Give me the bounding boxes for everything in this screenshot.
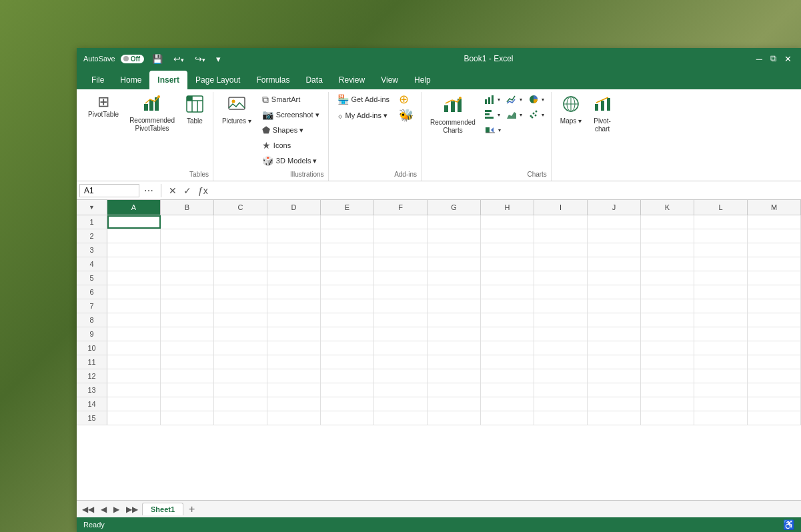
undo-button[interactable]: ↩▾ xyxy=(171,53,187,65)
col-header-L[interactable]: L xyxy=(694,200,748,215)
addins-col1: 🏪 Get Add-ins ⬦ My Add-ins ▾ xyxy=(333,92,394,123)
accessibility-button[interactable]: ♿ xyxy=(783,519,794,530)
corner-cell[interactable]: ▼ xyxy=(77,200,107,215)
row-header-10[interactable]: 10 xyxy=(77,341,107,355)
addin-icon2-button[interactable]: 🐝 xyxy=(395,108,417,123)
col-header-H[interactable]: H xyxy=(481,200,534,215)
tab-page-layout[interactable]: Page Layout xyxy=(187,71,248,89)
cell-G1[interactable] xyxy=(428,215,481,229)
tab-home[interactable]: Home xyxy=(112,71,149,89)
spreadsheet-area: ▼ A B C D E F G H I J K L M 1 xyxy=(77,200,801,532)
cell-F1[interactable] xyxy=(374,215,428,229)
scatter-chart-button[interactable]: ▾ xyxy=(526,107,547,122)
bar-chart-button[interactable]: ▾ xyxy=(482,107,503,122)
table-row: 15 xyxy=(77,411,801,425)
sheet-nav-prev-button[interactable]: ◀ xyxy=(98,504,109,515)
line-chart-button[interactable]: ▾ xyxy=(504,92,525,107)
smartart-button[interactable]: ⧉ SmartArt xyxy=(257,92,324,107)
row-header-7[interactable]: 7 xyxy=(77,299,107,313)
sheet-tab-sheet1[interactable]: Sheet1 xyxy=(142,503,183,515)
my-addins-button[interactable]: ⬦ My Add-ins ▾ xyxy=(333,108,394,123)
pivot-table-button[interactable]: ⊞ PivotTable xyxy=(83,92,123,121)
customize-qat-button[interactable]: ▾ xyxy=(213,53,223,65)
cell-C1[interactable] xyxy=(214,215,267,229)
col-header-K[interactable]: K xyxy=(641,200,694,215)
3d-models-button[interactable]: 🎲 3D Models ▾ xyxy=(257,153,324,168)
pictures-button[interactable]: Pictures ▾ xyxy=(217,92,256,128)
row-header-11[interactable]: 11 xyxy=(77,355,107,369)
shapes-button[interactable]: ⬟ Shapes ▾ xyxy=(257,123,324,137)
cell-D1[interactable] xyxy=(267,215,321,229)
screenshot-button[interactable]: 📷 Screenshot ▾ xyxy=(257,107,324,122)
tab-formulas[interactable]: Formulas xyxy=(248,71,297,89)
col-header-F[interactable]: F xyxy=(374,200,428,215)
tab-view[interactable]: View xyxy=(373,71,406,89)
sheet-nav-right-button[interactable]: ▶▶ xyxy=(123,504,141,515)
row-header-8[interactable]: 8 xyxy=(77,313,107,327)
tab-help[interactable]: Help xyxy=(406,71,439,89)
row-header-4[interactable]: 4 xyxy=(77,257,107,271)
row-header-9[interactable]: 9 xyxy=(77,327,107,341)
row-header-5[interactable]: 5 xyxy=(77,271,107,285)
confirm-formula-button[interactable]: ✓ xyxy=(181,185,193,197)
col-header-A[interactable]: A xyxy=(107,200,161,215)
tab-file[interactable]: File xyxy=(83,71,112,89)
restore-button[interactable]: ⧉ xyxy=(768,52,779,65)
cell-H1[interactable] xyxy=(481,215,534,229)
pivotchart-button[interactable]: Pivot-chart xyxy=(588,92,617,136)
row-header-6[interactable]: 6 xyxy=(77,285,107,299)
col-header-J[interactable]: J xyxy=(588,200,641,215)
sheet-nav-left-button[interactable]: ◀◀ xyxy=(79,504,97,515)
col-header-D[interactable]: D xyxy=(267,200,321,215)
cell-K1[interactable] xyxy=(641,215,694,229)
svg-rect-19 xyxy=(485,110,492,112)
autosave-toggle[interactable]: Off xyxy=(121,55,144,63)
column-chart-button[interactable]: ▾ xyxy=(482,92,503,107)
col-header-I[interactable]: I xyxy=(534,200,588,215)
cell-A1[interactable] xyxy=(107,215,161,229)
pie-chart-button[interactable]: ▾ xyxy=(526,92,547,107)
insert-function-button[interactable]: ƒx xyxy=(196,185,210,197)
col-header-B[interactable]: B xyxy=(161,200,214,215)
area-chart-button[interactable]: ▾ xyxy=(504,107,525,122)
row-header-3[interactable]: 3 xyxy=(77,243,107,257)
more-functions-button[interactable]: ⋯ xyxy=(142,185,155,197)
row-header-2[interactable]: 2 xyxy=(77,229,107,243)
cell-I1[interactable] xyxy=(534,215,588,229)
cell-M1[interactable] xyxy=(748,215,801,229)
cell-E1[interactable] xyxy=(321,215,374,229)
col-header-E[interactable]: E xyxy=(321,200,374,215)
save-button[interactable]: 💾 xyxy=(149,53,165,65)
row-header-12[interactable]: 12 xyxy=(77,369,107,383)
tab-review[interactable]: Review xyxy=(331,71,373,89)
formula-input[interactable] xyxy=(213,186,798,195)
tab-data[interactable]: Data xyxy=(297,71,330,89)
name-box[interactable]: A1 xyxy=(79,184,139,197)
maps-button[interactable]: Maps ▾ xyxy=(556,92,586,128)
row-header-13[interactable]: 13 xyxy=(77,383,107,397)
minimize-button[interactable]: ─ xyxy=(754,52,765,65)
cell-B1[interactable] xyxy=(161,215,214,229)
cell-A2[interactable] xyxy=(107,229,161,243)
redo-button[interactable]: ↪▾ xyxy=(192,53,208,65)
close-button[interactable]: ✕ xyxy=(782,52,794,65)
addin-icon1-button[interactable]: ⊕ xyxy=(395,92,417,107)
sheet-nav-next-button[interactable]: ▶ xyxy=(111,504,122,515)
cancel-formula-button[interactable]: ✕ xyxy=(167,185,179,197)
recommended-charts-button[interactable]: RecommendedCharts xyxy=(426,92,480,137)
row-header-15[interactable]: 15 xyxy=(77,411,107,425)
cell-J1[interactable] xyxy=(588,215,641,229)
row-header-1[interactable]: 1 xyxy=(77,215,107,229)
get-addins-button[interactable]: 🏪 Get Add-ins xyxy=(333,92,394,107)
add-sheet-button[interactable]: + xyxy=(185,503,199,515)
more-charts-button[interactable]: ▾ xyxy=(482,123,547,137)
cell-L1[interactable] xyxy=(694,215,748,229)
col-header-C[interactable]: C xyxy=(214,200,267,215)
row-header-14[interactable]: 14 xyxy=(77,397,107,411)
col-header-M[interactable]: M xyxy=(748,200,801,215)
recommended-pivot-button[interactable]: RecommendedPivotTables xyxy=(125,92,179,135)
tab-insert[interactable]: Insert xyxy=(149,71,187,89)
col-header-G[interactable]: G xyxy=(428,200,481,215)
table-button[interactable]: Table xyxy=(181,92,209,128)
icons-button[interactable]: ★ Icons xyxy=(257,138,324,153)
